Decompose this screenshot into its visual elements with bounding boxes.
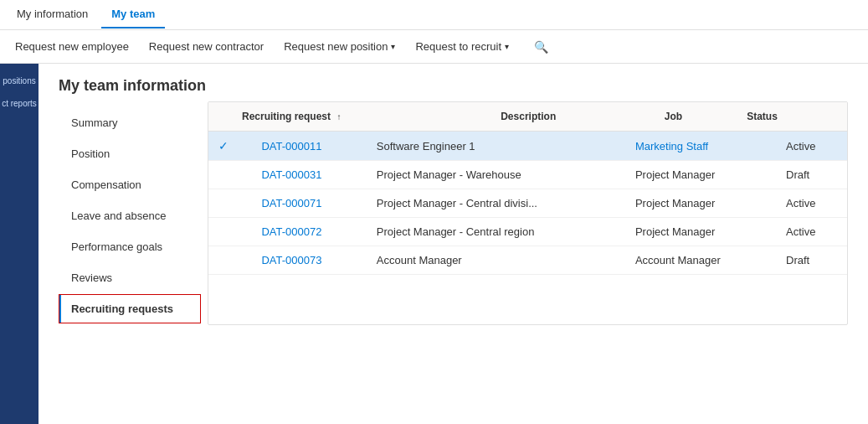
content-area: My team information Summary Position Com… (39, 64, 868, 424)
row-status: Draft (776, 246, 847, 275)
sidebar-direct-reports-label: ct reports (2, 98, 37, 109)
row-status: Active (776, 132, 847, 161)
data-grid-area: Recruiting request ↑ Description Job Sta… (208, 101, 848, 325)
recruiting-requests-table: Recruiting request ↑ Description Job Sta… (208, 102, 847, 132)
sidenav-performance-goals[interactable]: Performance goals (59, 232, 201, 261)
sort-asc-icon: ↑ (336, 112, 341, 122)
sidenav-summary[interactable]: Summary (59, 108, 201, 137)
chevron-down-icon: ▾ (505, 42, 509, 51)
col-header-job[interactable]: Job (655, 102, 737, 132)
request-new-position-button[interactable]: Request new position ▾ (275, 35, 403, 58)
main-layout: positions ct reports My team information… (0, 64, 868, 424)
row-check-cell (208, 218, 251, 246)
row-recruiting-request[interactable]: DAT-000031 (251, 161, 366, 189)
sidenav-compensation[interactable]: Compensation (59, 170, 201, 199)
row-job: Project Manager (625, 161, 776, 189)
sidenav-leave-absence[interactable]: Leave and absence (59, 201, 201, 230)
row-check-cell: ✓ (208, 132, 251, 161)
row-check-cell (208, 189, 251, 218)
sidebar-positions-label: positions (2, 75, 37, 86)
action-bar: Request new employee Request new contrac… (0, 30, 868, 64)
tab-my-information[interactable]: My information (7, 1, 98, 28)
table-row[interactable]: DAT-000031Project Manager - WarehousePro… (208, 161, 847, 189)
row-recruiting-request[interactable]: DAT-000071 (251, 189, 366, 218)
sidebar-item-positions[interactable]: positions (0, 70, 39, 91)
col-header-recruiting-request[interactable]: Recruiting request ↑ (232, 102, 490, 132)
grid-body: ✓DAT-000011Software Engineer 1Marketing … (208, 132, 847, 275)
sidenav-reviews[interactable]: Reviews (59, 263, 201, 292)
row-description: Account Manager (367, 246, 625, 275)
sidebar-item-direct-reports[interactable]: ct reports (0, 93, 39, 114)
row-check-cell (208, 161, 251, 189)
recruiting-request-link[interactable]: DAT-000073 (261, 254, 321, 266)
row-job: Account Manager (625, 246, 776, 275)
recruiting-request-link[interactable]: DAT-000071 (261, 197, 321, 209)
recruiting-request-link[interactable]: DAT-000072 (261, 225, 321, 238)
row-job: Project Manager (625, 189, 776, 218)
page-title: My team information (39, 64, 868, 101)
row-description: Project Manager - Warehouse (367, 161, 625, 189)
table-row[interactable]: DAT-000072Project Manager - Central regi… (208, 218, 847, 246)
checkmark-icon: ✓ (218, 139, 229, 153)
table-row[interactable]: DAT-000071Project Manager - Central divi… (208, 189, 847, 218)
content-inner: Summary Position Compensation Leave and … (39, 101, 868, 345)
sidenav-recruiting-requests[interactable]: Recruiting requests (59, 294, 201, 323)
col-header-description[interactable]: Description (490, 102, 655, 132)
row-description: Software Engineer 1 (367, 132, 625, 161)
row-recruiting-request[interactable]: DAT-000073 (251, 246, 366, 275)
row-status: Draft (776, 161, 847, 189)
sidenav-position[interactable]: Position (59, 139, 201, 168)
row-description: Project Manager - Central region (367, 218, 625, 246)
table-header-row: Recruiting request ↑ Description Job Sta… (208, 102, 847, 132)
left-sidebar: positions ct reports (0, 64, 39, 424)
col-header-check (208, 102, 232, 132)
request-to-recruit-button[interactable]: Request to recruit ▾ (407, 35, 517, 58)
grid-body-table: ✓DAT-000011Software Engineer 1Marketing … (208, 132, 847, 275)
top-tabs: My information My team (0, 0, 868, 30)
search-button[interactable]: 🔍 (527, 37, 555, 57)
row-status: Active (776, 218, 847, 246)
grid-scroll-wrapper[interactable]: ✓DAT-000011Software Engineer 1Marketing … (208, 132, 847, 275)
row-description: Project Manager - Central divisi... (367, 189, 625, 218)
recruiting-request-link[interactable]: DAT-000011 (261, 140, 321, 153)
row-recruiting-request[interactable]: DAT-000072 (251, 218, 366, 246)
table-row[interactable]: ✓DAT-000011Software Engineer 1Marketing … (208, 132, 847, 161)
col-header-status[interactable]: Status (737, 102, 847, 132)
request-new-employee-button[interactable]: Request new employee (7, 35, 137, 58)
tab-my-team[interactable]: My team (101, 1, 165, 28)
request-new-contractor-button[interactable]: Request new contractor (141, 35, 272, 58)
job-link[interactable]: Marketing Staff (635, 140, 708, 153)
table-row[interactable]: DAT-000073Account ManagerAccount Manager… (208, 246, 847, 275)
row-job: Project Manager (625, 218, 776, 246)
row-check-cell (208, 246, 251, 275)
recruiting-request-link[interactable]: DAT-000031 (261, 168, 321, 181)
side-nav: Summary Position Compensation Leave and … (59, 101, 201, 325)
row-job[interactable]: Marketing Staff (625, 132, 776, 161)
chevron-down-icon: ▾ (391, 42, 395, 51)
row-recruiting-request[interactable]: DAT-000011 (251, 132, 366, 161)
row-status: Active (776, 189, 847, 218)
